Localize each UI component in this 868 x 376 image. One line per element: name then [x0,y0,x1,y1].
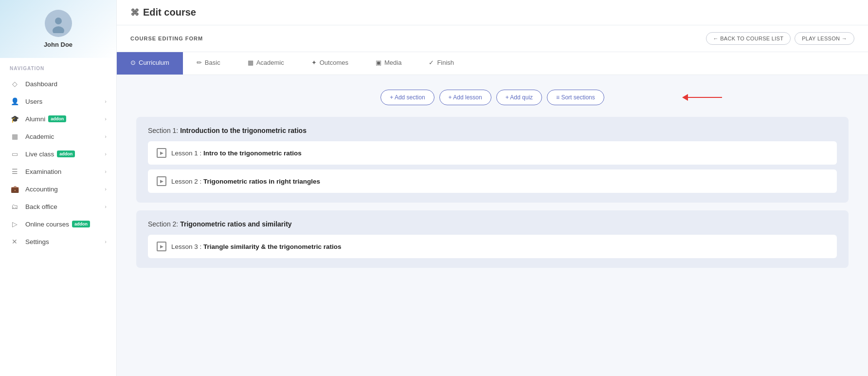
lesson-card-2: ▶ Lesson 2 : Trigonometric ratios in rig… [148,169,837,193]
nav-label: Navigation [0,58,116,75]
academic-icon: ▦ [10,132,19,140]
lesson-card-1: ▶ Lesson 1 : Intro to the trigonometric … [148,141,837,165]
back-to-course-list-button[interactable]: ← BACK TO COURSE LIST [706,32,791,45]
lesson-icon: ▶ [157,242,166,251]
section-card-1: Section 1: Introduction to the trigonome… [136,117,849,203]
header-buttons: ← BACK TO COURSE LIST PLAY LESSON → [706,32,854,45]
sidebar-item-label: Examination [25,168,61,175]
play-lesson-button[interactable]: PLAY LESSON → [795,32,854,45]
tab-outcomes[interactable]: ✦ Outcomes [298,52,362,75]
sidebar-item-accounting[interactable]: 💼 Accounting › [0,180,116,198]
sidebar-item-online-courses[interactable]: ▷ Online courses addon [0,215,116,233]
lesson-title: Intro to the trigonometric ratios [203,150,302,157]
addon-badge: addon [57,150,75,157]
sidebar-item-academic[interactable]: ▦ Academic › [0,128,116,145]
tab-basic[interactable]: ✏ Basic [183,52,234,75]
lesson-card-3: ▶ Lesson 3 : Triangle similarity & the t… [148,235,837,258]
add-quiz-button[interactable]: + Add quiz [496,90,542,105]
chevron-right-icon: › [105,186,107,192]
basic-icon: ✏ [197,59,202,66]
tab-label: Basic [205,59,220,66]
lesson-icon: ▶ [157,148,166,158]
chevron-right-icon: › [105,239,107,244]
tab-label: Curriculum [139,59,169,66]
sort-sections-button[interactable]: ≡ Sort sections [547,90,604,105]
sidebar-item-settings[interactable]: ✕ Settings › [0,233,116,250]
lesson-title: Triangle similarity & the trigonometric … [203,243,342,250]
main-content: ⌘ Edit course Course Editing Form ← BACK… [117,0,868,376]
addon-badge: addon [72,221,90,227]
back-office-icon: 🗂 [10,203,19,210]
chevron-right-icon: › [105,98,107,104]
sidebar-item-label: Dashboard [25,80,57,88]
chevron-right-icon: › [105,151,107,157]
sidebar-item-label: Settings [25,238,49,245]
section-name: Introduction to the trigonometric ratios [180,127,307,134]
settings-icon: ✕ [10,238,19,245]
accounting-icon: 💼 [10,185,19,193]
sidebar-item-label: Users [25,98,42,105]
sidebar-item-dashboard[interactable]: ◇ Dashboard [0,75,116,93]
tab-label: Media [384,59,401,66]
tab-curriculum[interactable]: ⊙ Curriculum [117,52,183,75]
section-title-1: Section 1: Introduction to the trigonome… [148,127,837,134]
section-name: Trigonometric ratios and similarity [180,220,292,228]
media-icon: ▣ [376,59,381,66]
alumni-icon: 🎓 [10,115,19,123]
sidebar-top: John Doe [0,0,116,58]
sidebar-item-alumni[interactable]: 🎓 Alumni addon › [0,110,116,128]
sidebar-item-examination[interactable]: ☰ Examination › [0,163,116,180]
add-section-button[interactable]: + Add section [380,90,434,105]
add-lesson-button[interactable]: + Add lesson [439,90,491,105]
section-title-2: Section 2: Trigonometric ratios and simi… [148,220,837,228]
lesson-text: Lesson 2 : Trigonometric ratios in right… [171,178,320,185]
tab-label: Finish [437,59,454,66]
content-area: Course Editing Form ← BACK TO COURSE LIS… [117,25,868,376]
sidebar-item-label: Online courses [25,221,69,228]
sidebar-item-label: Back office [25,203,57,210]
dashboard-icon: ◇ [10,80,19,88]
red-arrow-indicator [682,94,722,101]
outcomes-icon: ✦ [311,59,317,66]
tab-finish[interactable]: ✓ Finish [415,52,468,75]
curriculum-icon: ⊙ [130,59,136,66]
page-title-text: Edit course [143,7,196,18]
command-icon: ⌘ [130,7,139,18]
finish-icon: ✓ [429,59,434,66]
arrow-head [682,94,688,101]
tab-media[interactable]: ▣ Media [362,52,415,75]
live-class-icon: ▭ [10,150,19,158]
section-card-2: Section 2: Trigonometric ratios and simi… [136,210,849,268]
sidebar-item-label: Accounting [25,186,58,193]
avatar [45,10,72,37]
form-header: Course Editing Form ← BACK TO COURSE LIS… [117,25,868,52]
chevron-right-icon: › [105,116,107,122]
section-prefix: Section 2: [148,220,180,228]
tabs: ⊙ Curriculum ✏ Basic ▦ Academic ✦ Outcom… [117,52,868,75]
chevron-right-icon: › [105,133,107,139]
chevron-right-icon: › [105,204,107,209]
tab-academic[interactable]: ▦ Academic [234,52,298,75]
lesson-text: Lesson 3 : Triangle similarity & the tri… [171,243,342,250]
action-buttons: + Add section + Add lesson + Add quiz ≡ … [136,90,849,105]
examination-icon: ☰ [10,168,19,175]
chevron-right-icon: › [105,169,107,174]
academic-tab-icon: ▦ [248,59,253,66]
curriculum-content: + Add section + Add lesson + Add quiz ≡ … [117,75,868,290]
tab-label: Academic [256,59,284,66]
arrow-line [688,97,722,98]
sidebar-item-label: Academic [25,133,54,140]
sidebar-item-back-office[interactable]: 🗂 Back office › [0,198,116,215]
users-icon: 👤 [10,97,19,105]
lesson-title: Trigonometric ratios in right triangles [203,178,320,185]
top-bar: ⌘ Edit course [117,0,868,25]
username: John Doe [44,41,72,48]
sidebar-item-users[interactable]: 👤 Users › [0,93,116,110]
section-prefix: Section 1: [148,127,180,134]
svg-point-1 [55,18,62,24]
sidebar: John Doe Navigation ◇ Dashboard 👤 Users … [0,0,117,376]
lesson-text: Lesson 1 : Intro to the trigonometric ra… [171,150,302,157]
page-title: ⌘ Edit course [130,7,196,18]
addon-badge: addon [48,115,66,122]
sidebar-item-live-class[interactable]: ▭ Live class addon › [0,145,116,163]
